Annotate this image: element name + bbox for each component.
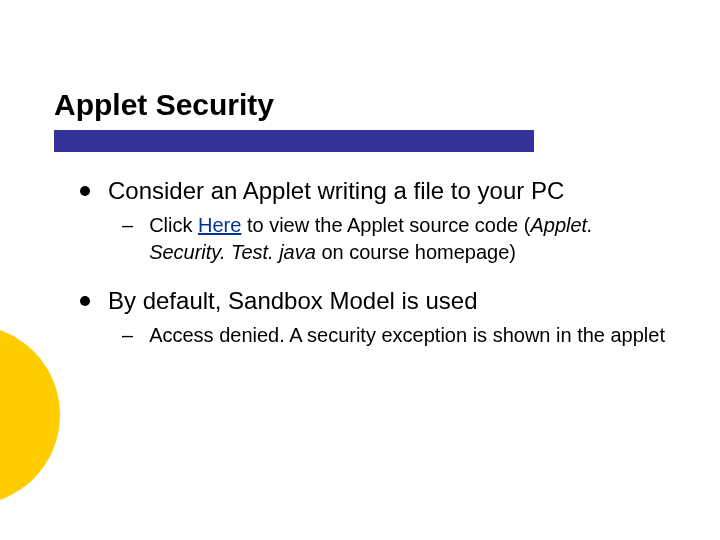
bullet-1-sub-1: – Click Here to view the Applet source c…	[122, 212, 670, 266]
slide-content: Consider an Applet writing a file to you…	[80, 176, 670, 361]
slide-title: Applet Security	[54, 88, 274, 122]
accent-circle	[0, 325, 60, 505]
bullet-2-sub-1-text: Access denied. A security exception is s…	[149, 322, 665, 349]
bullet-icon	[80, 186, 90, 196]
text-pre: Click	[149, 214, 198, 236]
text-post: on course homepage)	[316, 241, 516, 263]
dash-icon: –	[122, 212, 133, 239]
source-code-link[interactable]: Here	[198, 214, 241, 236]
bullet-2-sub-1: – Access denied. A security exception is…	[122, 322, 670, 349]
bullet-1-sub-1-text: Click Here to view the Applet source cod…	[149, 212, 670, 266]
bullet-1-text: Consider an Applet writing a file to you…	[108, 176, 564, 206]
dash-icon: –	[122, 322, 133, 349]
slide: Applet Security Consider an Applet writi…	[0, 0, 720, 540]
title-block: Applet Security	[54, 88, 274, 122]
bullet-1: Consider an Applet writing a file to you…	[80, 176, 670, 206]
text-mid: to view the Applet source code (	[241, 214, 530, 236]
bullet-2: By default, Sandbox Model is used	[80, 286, 670, 316]
bullet-2-text: By default, Sandbox Model is used	[108, 286, 478, 316]
title-underline-bar	[54, 130, 534, 152]
bullet-icon	[80, 296, 90, 306]
